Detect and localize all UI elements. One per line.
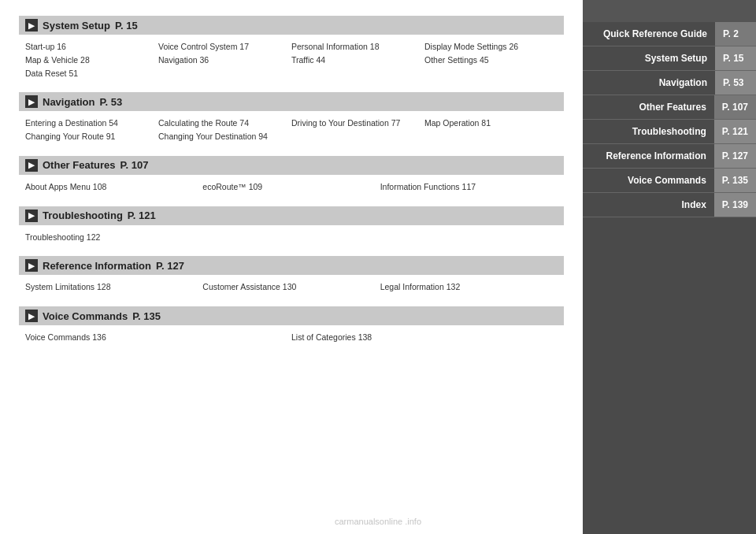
item-text	[291, 68, 424, 80]
section-header-troubleshooting: ▶TroubleshootingP. 121	[19, 206, 564, 225]
section-page: P. 15	[115, 20, 138, 32]
sidebar-item-index[interactable]: IndexP. 139	[583, 193, 756, 217]
sidebar-title	[583, 0, 756, 22]
item-text	[158, 232, 291, 244]
main-content: ▶System SetupP. 15Start-up 16Voice Contr…	[0, 0, 583, 534]
item-text: Navigation 36	[158, 54, 291, 67]
watermark: carmanualsonline .info	[335, 517, 421, 526]
section-page: P. 135	[132, 310, 161, 322]
item-text: Map Operation 81	[424, 117, 558, 130]
item-text: Driving to Your Destination 77	[291, 117, 424, 130]
section-system-setup: ▶System SetupP. 15Start-up 16Voice Contr…	[19, 16, 564, 84]
section-page: P. 121	[128, 210, 156, 221]
sidebar-item-label: Reference Information	[583, 144, 714, 168]
sidebar-item-page: P. 135	[714, 169, 756, 192]
item-text: Start-up 16	[25, 41, 158, 54]
section-header-voice-commands: ▶Voice CommandsP. 135	[19, 306, 564, 325]
sidebar: Quick Reference GuideP. 2System SetupP. …	[583, 0, 756, 534]
sidebar-item-page: P. 127	[714, 144, 756, 168]
sidebar-item-trouble[interactable]: TroubleshootingP. 121	[583, 120, 756, 144]
section-header-reference-information: ▶Reference InformationP. 127	[19, 256, 564, 275]
sidebar-item-ref[interactable]: Reference InformationP. 127	[583, 144, 756, 169]
section-items-voice-commands: Voice Commands 136List of Categories 138	[19, 328, 564, 349]
section-header-navigation: ▶NavigationP. 53	[19, 92, 564, 111]
item-text: Voice Control System 17	[158, 41, 291, 54]
item-text: Changing Your Route 91	[25, 131, 158, 143]
sidebar-item-label: Voice Commands	[583, 169, 714, 192]
sidebar-item-other[interactable]: Other FeaturesP. 107	[583, 95, 756, 120]
sidebar-item-label: Troubleshooting	[583, 120, 714, 143]
item-text: System Limitations 128	[25, 281, 202, 294]
section-title: Other Features	[43, 159, 115, 171]
item-text: Troubleshooting 122	[25, 232, 158, 244]
sidebar-item-voice[interactable]: Voice CommandsP. 135	[583, 169, 756, 193]
section-icon: ▶	[25, 95, 38, 108]
item-text: Map & Vehicle 28	[25, 54, 158, 67]
section-title: Navigation	[43, 96, 94, 108]
section-items-troubleshooting: Troubleshooting 122	[19, 228, 564, 249]
section-voice-commands: ▶Voice CommandsP. 135Voice Commands 136L…	[19, 306, 564, 349]
section-navigation: ▶NavigationP. 53Entering a Destination 5…	[19, 92, 564, 148]
item-text: Voice Commands 136	[25, 332, 291, 344]
section-icon: ▶	[25, 19, 38, 32]
section-items-navigation: Entering a Destination 54Calculating the…	[19, 114, 564, 148]
item-text	[424, 131, 558, 143]
item-text: Information Functions 117	[380, 181, 558, 194]
item-text	[291, 131, 424, 143]
section-reference-information: ▶Reference InformationP. 127System Limit…	[19, 256, 564, 299]
section-troubleshooting: ▶TroubleshootingP. 121Troubleshooting 12…	[19, 206, 564, 249]
section-icon: ▶	[25, 159, 38, 172]
section-header-system-setup: ▶System SetupP. 15	[19, 16, 564, 35]
item-text: ecoRoute™ 109	[202, 181, 380, 194]
section-other-features: ▶Other FeaturesP. 107About Apps Menu 108…	[19, 156, 564, 198]
section-icon: ▶	[25, 310, 38, 322]
item-text: Calculating the Route 74	[158, 117, 291, 130]
item-text: About Apps Menu 108	[25, 181, 202, 194]
sidebar-item-nav[interactable]: NavigationP. 53	[583, 71, 756, 95]
item-text: List of Categories 138	[291, 332, 558, 344]
item-text: Personal Information 18	[291, 41, 424, 54]
section-title: Voice Commands	[43, 310, 128, 322]
sidebar-item-setup[interactable]: System SetupP. 15	[583, 46, 756, 71]
sidebar-item-page: P. 53	[715, 71, 756, 95]
sidebar-item-label: Index	[583, 193, 714, 217]
section-title: Reference Information	[43, 260, 151, 272]
item-text	[291, 232, 424, 244]
item-text	[158, 68, 291, 80]
sidebar-item-page: P. 15	[715, 46, 756, 70]
item-text: Other Settings 45	[424, 54, 558, 67]
sidebar-item-page: P. 139	[714, 193, 756, 217]
sidebar-item-label: Other Features	[583, 95, 714, 119]
sidebar-item-qs[interactable]: Quick Reference GuideP. 2	[583, 22, 756, 46]
sidebar-item-page: P. 107	[714, 95, 756, 119]
section-page: P. 53	[99, 96, 122, 108]
section-page: P. 127	[156, 260, 184, 272]
item-text: Changing Your Destination 94	[158, 131, 291, 143]
sidebar-item-label: System Setup	[583, 46, 715, 70]
section-items-other-features: About Apps Menu 108ecoRoute™ 109Informat…	[19, 178, 564, 198]
item-text: Legal Information 132	[380, 281, 558, 294]
item-text: Traffic 44	[291, 54, 424, 67]
sidebar-item-page: P. 2	[715, 22, 756, 46]
section-title: Troubleshooting	[43, 210, 123, 221]
item-text: Entering a Destination 54	[25, 117, 158, 130]
section-items-reference-information: System Limitations 128Customer Assistanc…	[19, 278, 564, 299]
section-icon: ▶	[25, 259, 38, 272]
item-text	[424, 68, 558, 80]
sidebar-item-label: Quick Reference Guide	[583, 22, 715, 46]
item-text: Data Reset 51	[25, 68, 158, 80]
section-header-other-features: ▶Other FeaturesP. 107	[19, 156, 564, 175]
sidebar-item-label: Navigation	[583, 71, 715, 95]
section-title: System Setup	[43, 20, 110, 32]
sidebar-item-page: P. 121	[714, 120, 756, 143]
section-page: P. 107	[120, 159, 148, 171]
item-text: Display Mode Settings 26	[424, 41, 558, 54]
section-items-system-setup: Start-up 16Voice Control System 17Person…	[19, 38, 564, 84]
item-text: Customer Assistance 130	[202, 281, 380, 294]
item-text	[424, 232, 558, 244]
section-icon: ▶	[25, 210, 38, 222]
